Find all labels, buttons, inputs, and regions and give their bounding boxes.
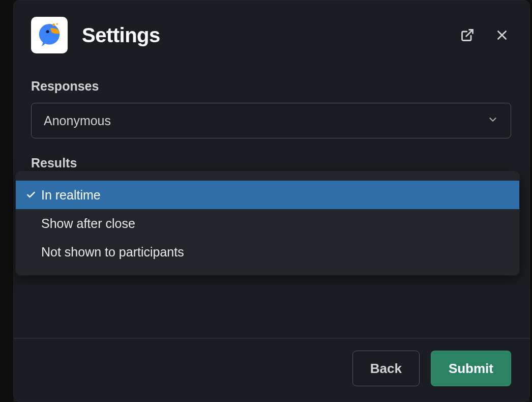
modal-footer: Back Submit bbox=[14, 338, 529, 401]
close-button[interactable] bbox=[493, 26, 511, 44]
back-button[interactable]: Back bbox=[352, 351, 420, 386]
results-option-label: Not shown to participants bbox=[41, 245, 184, 260]
results-option[interactable]: Not shown to participants bbox=[16, 238, 519, 266]
results-option[interactable]: Show after close bbox=[16, 209, 519, 238]
responses-select-value: Anonymous bbox=[44, 113, 111, 128]
results-option-label: In realtime bbox=[41, 188, 101, 203]
results-dropdown: In realtime Show after close Not shown t… bbox=[16, 171, 519, 275]
check-icon bbox=[26, 247, 41, 257]
check-icon bbox=[26, 218, 41, 228]
svg-line-4 bbox=[466, 30, 473, 37]
svg-point-3 bbox=[56, 23, 58, 24]
open-external-button[interactable] bbox=[458, 26, 477, 44]
modal-header: Settings bbox=[14, 1, 529, 66]
svg-point-2 bbox=[52, 23, 55, 26]
parrot-icon bbox=[36, 21, 63, 49]
responses-label: Responses bbox=[31, 79, 511, 94]
svg-point-0 bbox=[39, 24, 60, 45]
modal-title: Settings bbox=[82, 24, 160, 47]
results-option[interactable]: In realtime bbox=[16, 181, 519, 209]
svg-point-1 bbox=[46, 30, 49, 33]
close-icon bbox=[495, 28, 509, 42]
chevron-down-icon bbox=[487, 113, 498, 128]
responses-select[interactable]: Anonymous bbox=[31, 103, 511, 138]
submit-button[interactable]: Submit bbox=[431, 351, 511, 386]
settings-modal: Settings Responses Anonymous bbox=[13, 0, 530, 402]
modal-content: Responses Anonymous Results Select an re… bbox=[14, 66, 529, 215]
external-link-icon bbox=[460, 28, 475, 42]
header-actions bbox=[458, 26, 511, 44]
results-option-label: Show after close bbox=[41, 216, 135, 231]
results-label: Results bbox=[31, 156, 511, 170]
check-icon bbox=[26, 190, 41, 200]
app-logo bbox=[31, 17, 68, 53]
